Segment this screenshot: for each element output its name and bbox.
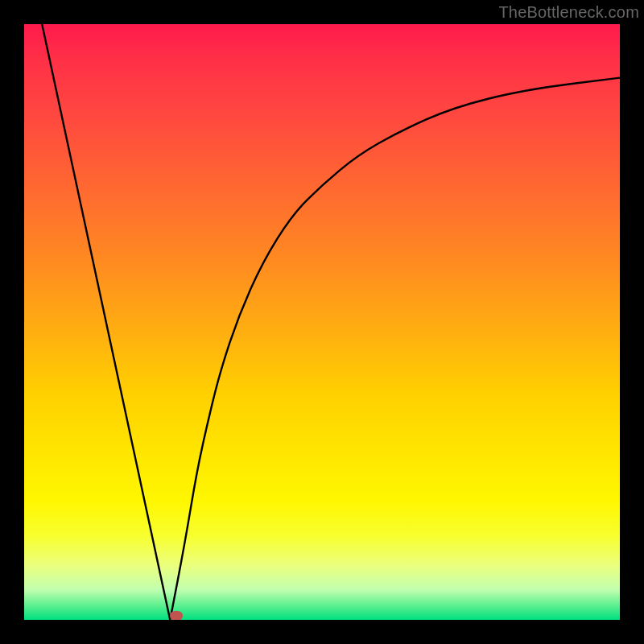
curve-svg <box>24 24 620 620</box>
optimum-marker <box>170 611 183 620</box>
watermark-label: TheBottleneck.com <box>498 3 639 22</box>
chart-container: TheBottleneck.com <box>0 0 644 644</box>
bottleneck-curve <box>42 24 620 620</box>
plot-area <box>24 24 620 620</box>
